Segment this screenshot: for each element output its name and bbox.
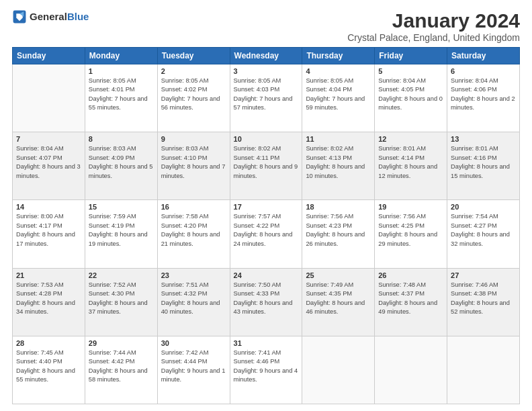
day-number: 21 — [16, 271, 81, 279]
day-info: Sunrise: 8:02 AM Sunset: 4:11 PM Dayligh… — [234, 144, 299, 181]
cell-0-4: 4Sunrise: 8:05 AM Sunset: 4:04 PM Daylig… — [302, 64, 375, 132]
day-number: 6 — [451, 67, 516, 75]
cell-0-0 — [13, 64, 85, 132]
day-number: 14 — [16, 203, 81, 211]
day-info: Sunrise: 8:04 AM Sunset: 4:07 PM Dayligh… — [16, 144, 81, 181]
cell-4-3: 31Sunrise: 7:41 AM Sunset: 4:46 PM Dayli… — [230, 336, 302, 404]
day-info: Sunrise: 7:52 AM Sunset: 4:30 PM Dayligh… — [89, 281, 154, 317]
day-info: Sunrise: 8:04 AM Sunset: 4:06 PM Dayligh… — [451, 77, 516, 113]
day-info: Sunrise: 7:56 AM Sunset: 4:25 PM Dayligh… — [378, 212, 443, 248]
cell-1-1: 8Sunrise: 8:03 AM Sunset: 4:09 PM Daylig… — [85, 132, 157, 200]
cell-3-2: 23Sunrise: 7:51 AM Sunset: 4:32 PM Dayli… — [157, 268, 230, 336]
day-number: 23 — [161, 271, 226, 279]
cell-4-0: 28Sunrise: 7:45 AM Sunset: 4:40 PM Dayli… — [13, 336, 85, 404]
cell-4-1: 29Sunrise: 7:44 AM Sunset: 4:42 PM Dayli… — [85, 336, 157, 404]
day-number: 31 — [234, 339, 299, 347]
day-number: 10 — [234, 135, 299, 143]
cell-2-1: 15Sunrise: 7:59 AM Sunset: 4:19 PM Dayli… — [85, 200, 157, 268]
week-row-3: 14Sunrise: 8:00 AM Sunset: 4:17 PM Dayli… — [13, 200, 520, 268]
cell-2-2: 16Sunrise: 7:58 AM Sunset: 4:20 PM Dayli… — [157, 200, 230, 268]
header-tuesday: Tuesday — [157, 48, 230, 64]
day-number: 8 — [89, 135, 154, 143]
cell-1-4: 11Sunrise: 8:02 AM Sunset: 4:13 PM Dayli… — [302, 132, 375, 200]
week-row-5: 28Sunrise: 7:45 AM Sunset: 4:40 PM Dayli… — [13, 336, 520, 404]
cell-3-0: 21Sunrise: 7:53 AM Sunset: 4:28 PM Dayli… — [13, 268, 85, 336]
cell-4-2: 30Sunrise: 7:42 AM Sunset: 4:44 PM Dayli… — [157, 336, 230, 404]
cell-1-2: 9Sunrise: 8:03 AM Sunset: 4:10 PM Daylig… — [157, 132, 230, 200]
header-wednesday: Wednesday — [230, 48, 302, 64]
location-subtitle: Crystal Palace, England, United Kingdom — [347, 32, 520, 43]
logo: GeneralBlue — [12, 9, 89, 24]
cell-4-6 — [447, 336, 520, 404]
day-info: Sunrise: 7:49 AM Sunset: 4:35 PM Dayligh… — [306, 281, 371, 317]
cell-0-1: 1Sunrise: 8:05 AM Sunset: 4:01 PM Daylig… — [85, 64, 157, 132]
day-info: Sunrise: 7:48 AM Sunset: 4:37 PM Dayligh… — [378, 281, 443, 317]
day-number: 22 — [89, 271, 154, 279]
day-info: Sunrise: 8:04 AM Sunset: 4:05 PM Dayligh… — [378, 77, 443, 113]
cell-1-6: 13Sunrise: 8:01 AM Sunset: 4:16 PM Dayli… — [447, 132, 520, 200]
header-friday: Friday — [375, 48, 447, 64]
cell-1-0: 7Sunrise: 8:04 AM Sunset: 4:07 PM Daylig… — [13, 132, 85, 200]
day-number: 20 — [451, 203, 516, 211]
day-info: Sunrise: 7:56 AM Sunset: 4:23 PM Dayligh… — [306, 212, 371, 248]
day-number: 9 — [161, 135, 226, 143]
cell-2-6: 20Sunrise: 7:54 AM Sunset: 4:27 PM Dayli… — [447, 200, 520, 268]
day-number: 2 — [161, 67, 226, 75]
header-thursday: Thursday — [302, 48, 375, 64]
day-number: 29 — [89, 339, 154, 347]
cell-4-4 — [302, 336, 375, 404]
day-number: 12 — [378, 135, 443, 143]
cell-3-1: 22Sunrise: 7:52 AM Sunset: 4:30 PM Dayli… — [85, 268, 157, 336]
cell-0-6: 6Sunrise: 8:04 AM Sunset: 4:06 PM Daylig… — [447, 64, 520, 132]
day-number: 25 — [306, 271, 371, 279]
day-number: 3 — [234, 67, 299, 75]
day-info: Sunrise: 8:05 AM Sunset: 4:02 PM Dayligh… — [161, 77, 226, 113]
header-row: GeneralBlue January 2024 Crystal Palace,… — [12, 9, 520, 43]
day-number: 1 — [89, 67, 154, 75]
day-number: 15 — [89, 203, 154, 211]
day-info: Sunrise: 7:58 AM Sunset: 4:20 PM Dayligh… — [161, 212, 226, 248]
day-info: Sunrise: 7:54 AM Sunset: 4:27 PM Dayligh… — [451, 212, 516, 248]
header-monday: Monday — [85, 48, 157, 64]
day-number: 19 — [378, 203, 443, 211]
cell-3-4: 25Sunrise: 7:49 AM Sunset: 4:35 PM Dayli… — [302, 268, 375, 336]
day-number: 13 — [451, 135, 516, 143]
day-info: Sunrise: 8:01 AM Sunset: 4:16 PM Dayligh… — [451, 144, 516, 181]
day-info: Sunrise: 7:41 AM Sunset: 4:46 PM Dayligh… — [234, 349, 299, 385]
day-number: 4 — [306, 67, 371, 75]
week-row-4: 21Sunrise: 7:53 AM Sunset: 4:28 PM Dayli… — [13, 268, 520, 336]
day-info: Sunrise: 7:44 AM Sunset: 4:42 PM Dayligh… — [89, 349, 154, 385]
day-number: 5 — [378, 67, 443, 75]
day-info: Sunrise: 7:45 AM Sunset: 4:40 PM Dayligh… — [16, 349, 81, 385]
cell-2-5: 19Sunrise: 7:56 AM Sunset: 4:25 PM Dayli… — [375, 200, 447, 268]
day-info: Sunrise: 8:03 AM Sunset: 4:09 PM Dayligh… — [89, 144, 154, 181]
cell-1-3: 10Sunrise: 8:02 AM Sunset: 4:11 PM Dayli… — [230, 132, 302, 200]
day-number: 28 — [16, 339, 81, 347]
title-block: January 2024 Crystal Palace, England, Un… — [347, 9, 520, 43]
day-number: 17 — [234, 203, 299, 211]
cell-0-5: 5Sunrise: 8:04 AM Sunset: 4:05 PM Daylig… — [375, 64, 447, 132]
header-sunday: Sunday — [13, 48, 85, 64]
cell-2-4: 18Sunrise: 7:56 AM Sunset: 4:23 PM Dayli… — [302, 200, 375, 268]
cell-3-5: 26Sunrise: 7:48 AM Sunset: 4:37 PM Dayli… — [375, 268, 447, 336]
logo-icon — [12, 9, 27, 24]
cell-3-3: 24Sunrise: 7:50 AM Sunset: 4:33 PM Dayli… — [230, 268, 302, 336]
day-info: Sunrise: 8:01 AM Sunset: 4:14 PM Dayligh… — [378, 144, 443, 181]
cell-4-5 — [375, 336, 447, 404]
weekday-header-row: Sunday Monday Tuesday Wednesday Thursday… — [13, 48, 520, 64]
day-info: Sunrise: 7:59 AM Sunset: 4:19 PM Dayligh… — [89, 212, 154, 248]
month-title: January 2024 — [347, 9, 520, 32]
cell-2-0: 14Sunrise: 8:00 AM Sunset: 4:17 PM Dayli… — [13, 200, 85, 268]
day-number: 24 — [234, 271, 299, 279]
page: GeneralBlue January 2024 Crystal Palace,… — [0, 0, 532, 411]
week-row-1: 1Sunrise: 8:05 AM Sunset: 4:01 PM Daylig… — [13, 64, 520, 132]
logo-general-text: General — [30, 11, 67, 22]
cell-2-3: 17Sunrise: 7:57 AM Sunset: 4:22 PM Dayli… — [230, 200, 302, 268]
day-number: 7 — [16, 135, 81, 143]
cell-1-5: 12Sunrise: 8:01 AM Sunset: 4:14 PM Dayli… — [375, 132, 447, 200]
day-number: 18 — [306, 203, 371, 211]
calendar-table: Sunday Monday Tuesday Wednesday Thursday… — [12, 47, 520, 404]
day-number: 27 — [451, 271, 516, 279]
week-row-2: 7Sunrise: 8:04 AM Sunset: 4:07 PM Daylig… — [13, 132, 520, 200]
day-info: Sunrise: 8:00 AM Sunset: 4:17 PM Dayligh… — [16, 212, 81, 248]
